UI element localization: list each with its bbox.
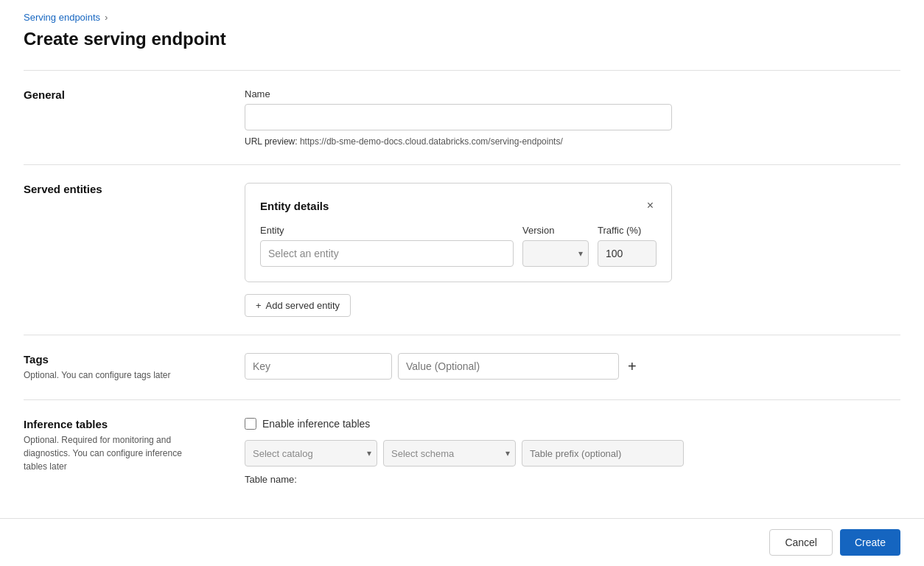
tag-value-input[interactable] <box>398 353 619 380</box>
tags-section-label: Tags Optional. You can configure tags la… <box>24 353 245 382</box>
tags-title: Tags <box>24 353 245 366</box>
entity-fields: Entity Select an entity Version Traf <box>260 225 657 267</box>
general-content: Name URL preview: https://db-sme-demo-do… <box>245 88 672 147</box>
served-entities-title: Served entities <box>24 183 245 195</box>
served-entities-label: Served entities <box>24 183 245 317</box>
traffic-label: Traffic (%) <box>598 225 657 236</box>
version-select-wrapper <box>522 240 589 267</box>
page-footer: Cancel Create <box>0 518 924 566</box>
table-name-label: Table name: <box>245 474 900 485</box>
breadcrumb-link[interactable]: Serving endpoints <box>24 12 100 23</box>
name-input[interactable] <box>245 104 672 130</box>
general-section: General Name URL preview: https://db-sme… <box>24 70 900 164</box>
inference-tables-section: Inference tables Optional. Required for … <box>24 399 900 503</box>
enable-inference-row: Enable inference tables <box>245 418 900 430</box>
general-section-label: General <box>24 88 245 147</box>
create-button[interactable]: Create <box>840 529 900 556</box>
table-prefix-input[interactable] <box>522 440 684 467</box>
add-entity-icon: + <box>256 300 262 311</box>
tag-key-input[interactable] <box>245 353 392 380</box>
breadcrumb-chevron: › <box>105 12 108 23</box>
name-label: Name <box>245 88 672 99</box>
general-title: General <box>24 88 245 101</box>
tags-row: + <box>245 353 900 380</box>
tags-content: + <box>245 353 900 382</box>
traffic-input[interactable] <box>598 240 657 267</box>
entity-card-header: Entity details × <box>260 198 657 213</box>
url-preview: URL preview: https://db-sme-demo-docs.cl… <box>245 136 672 147</box>
version-label: Version <box>522 225 589 236</box>
catalog-select-wrapper: Select catalog <box>245 440 377 467</box>
entity-placeholder-text: Select an entity <box>268 248 339 259</box>
schema-select-wrapper: Select schema <box>383 440 516 467</box>
inference-tables-title: Inference tables <box>24 418 245 430</box>
traffic-field: Traffic (%) <box>598 225 657 267</box>
tags-section: Tags Optional. You can configure tags la… <box>24 335 900 399</box>
version-field: Version <box>522 225 589 267</box>
inference-tables-desc: Optional. Required for monitoring and di… <box>24 433 245 473</box>
entity-select[interactable]: Select an entity <box>260 240 514 267</box>
breadcrumb: Serving endpoints › <box>24 12 900 23</box>
cancel-button[interactable]: Cancel <box>769 529 833 556</box>
url-preview-value: https://db-sme-demo-docs.cloud.databrick… <box>300 136 563 147</box>
inference-tables-label: Inference tables Optional. Required for … <box>24 418 245 485</box>
inference-tables-content: Enable inference tables Select catalog S… <box>245 418 900 485</box>
add-entity-label: Add served entity <box>266 300 340 311</box>
add-tag-button[interactable]: + <box>625 357 640 375</box>
entity-label: Entity <box>260 225 514 236</box>
entity-field: Entity Select an entity <box>260 225 514 267</box>
page-title: Create serving endpoint <box>24 29 900 49</box>
tags-desc: Optional. You can configure tags later <box>24 368 245 382</box>
served-entities-content: Entity details × Entity Select an entity… <box>245 183 900 317</box>
schema-select[interactable]: Select schema <box>383 440 516 467</box>
enable-inference-checkbox[interactable] <box>245 418 256 430</box>
add-served-entity-button[interactable]: + Add served entity <box>245 294 351 317</box>
enable-inference-label[interactable]: Enable inference tables <box>262 418 370 430</box>
url-preview-label: URL preview: <box>245 136 298 147</box>
served-entities-section: Served entities Entity details × Entity … <box>24 164 900 335</box>
entity-card: Entity details × Entity Select an entity… <box>245 183 672 282</box>
entity-details-title: Entity details <box>260 200 329 212</box>
inference-fields: Select catalog Select schema <box>245 440 900 467</box>
close-entity-button[interactable]: × <box>644 198 657 213</box>
version-select[interactable] <box>522 240 589 267</box>
catalog-select[interactable]: Select catalog <box>245 440 377 467</box>
